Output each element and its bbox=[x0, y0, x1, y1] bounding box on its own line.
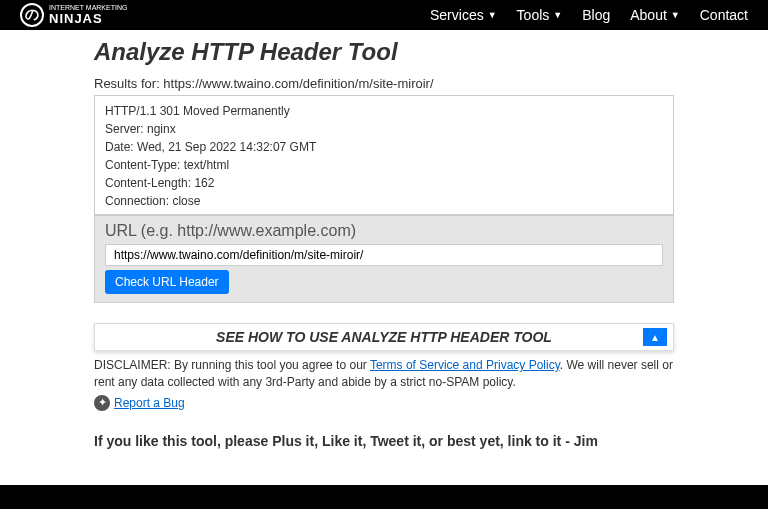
check-url-button[interactable]: Check URL Header bbox=[105, 270, 229, 294]
nav-label: Services bbox=[430, 7, 484, 23]
nav-contact[interactable]: Contact bbox=[700, 7, 748, 23]
url-label: URL (e.g. http://www.example.com) bbox=[105, 222, 663, 240]
terms-link[interactable]: Terms of Service and Privacy Policy bbox=[370, 358, 560, 372]
result-line: Content-Type: text/html bbox=[105, 156, 663, 174]
logo-text: INTERNET MARKETING NINJAS bbox=[49, 4, 127, 26]
nav-label: Blog bbox=[582, 7, 610, 23]
result-line: Connection: close bbox=[105, 192, 663, 210]
chevron-down-icon: ▼ bbox=[671, 10, 680, 20]
chevron-down-icon: ▼ bbox=[553, 10, 562, 20]
results-label: Results for: https://www.twaino.com/defi… bbox=[94, 76, 674, 91]
logo-text-bottom: NINJAS bbox=[49, 11, 127, 26]
nav-tools[interactable]: Tools ▼ bbox=[517, 7, 563, 23]
disclaimer: DISCLAIMER: By running this tool you agr… bbox=[94, 357, 674, 391]
url-input[interactable] bbox=[105, 244, 663, 266]
bug-icon: ✦ bbox=[94, 395, 110, 411]
triangle-up-icon: ▲ bbox=[650, 332, 660, 343]
chevron-down-icon: ▼ bbox=[488, 10, 497, 20]
nav-services[interactable]: Services ▼ bbox=[430, 7, 497, 23]
nav-label: Tools bbox=[517, 7, 550, 23]
input-section: URL (e.g. http://www.example.com) Check … bbox=[94, 215, 674, 303]
result-line: HTTP/1.1 301 Moved Permanently bbox=[105, 102, 663, 120]
howto-bar[interactable]: SEE HOW TO USE ANALYZE HTTP HEADER TOOL … bbox=[94, 323, 674, 351]
bug-row: ✦ Report a Bug bbox=[94, 395, 674, 411]
howto-text: SEE HOW TO USE ANALYZE HTTP HEADER TOOL bbox=[105, 329, 663, 345]
nav-label: Contact bbox=[700, 7, 748, 23]
logo-text-top: INTERNET MARKETING bbox=[49, 4, 127, 11]
main-nav: Services ▼ Tools ▼ Blog About ▼ Contact bbox=[430, 7, 748, 23]
top-header: の INTERNET MARKETING NINJAS Services ▼ T… bbox=[0, 0, 768, 30]
ninja-logo-icon: の bbox=[20, 3, 44, 27]
footer: Popular SEO Services : Quick Links : Soc… bbox=[0, 485, 768, 509]
nav-label: About bbox=[630, 7, 667, 23]
result-line: Date: Wed, 21 Sep 2022 14:32:07 GMT bbox=[105, 138, 663, 156]
nav-about[interactable]: About ▼ bbox=[630, 7, 680, 23]
logo[interactable]: の INTERNET MARKETING NINJAS bbox=[20, 3, 127, 27]
disclaimer-pre: DISCLAIMER: By running this tool you agr… bbox=[94, 358, 370, 372]
share-text: If you like this tool, please Plus it, L… bbox=[94, 433, 674, 449]
result-line: Server: nginx bbox=[105, 120, 663, 138]
result-line: Location: https://www.twaino.com/ bbox=[105, 210, 663, 215]
report-bug-link[interactable]: Report a Bug bbox=[114, 396, 185, 410]
collapse-toggle[interactable]: ▲ bbox=[643, 328, 667, 346]
result-line: Content-Length: 162 bbox=[105, 174, 663, 192]
main-container: Analyze HTTP Header Tool Results for: ht… bbox=[94, 30, 674, 457]
results-box[interactable]: HTTP/1.1 301 Moved Permanently Server: n… bbox=[94, 95, 674, 215]
nav-blog[interactable]: Blog bbox=[582, 7, 610, 23]
page-title: Analyze HTTP Header Tool bbox=[94, 38, 674, 66]
